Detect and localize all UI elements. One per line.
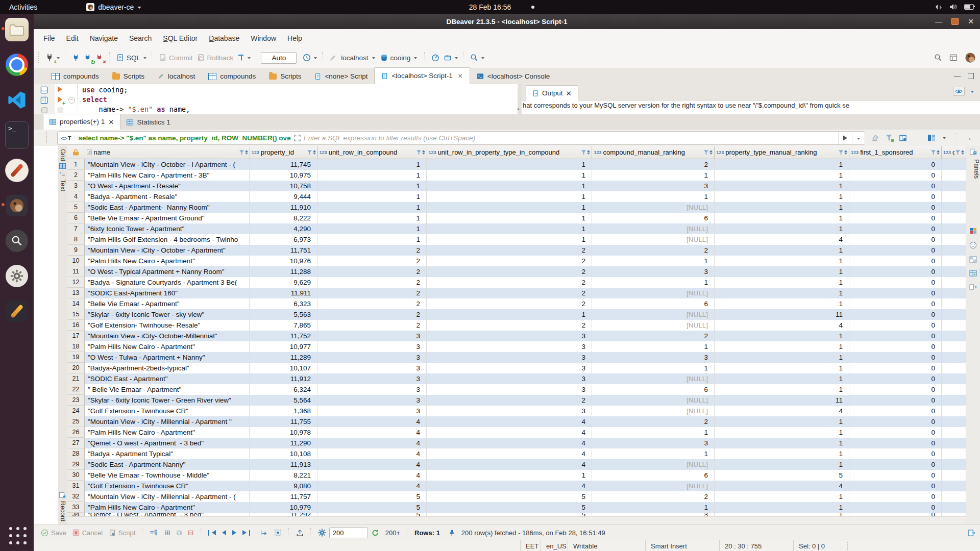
cell-compound_manual_ranking[interactable]: 2 — [592, 491, 715, 502]
cell-com[interactable] — [942, 513, 966, 516]
cell-unit_row_in_property_type_in_compound[interactable]: 1 — [427, 470, 592, 481]
new-connection-button[interactable]: + — [43, 52, 56, 64]
menu-search[interactable]: Search — [124, 32, 157, 45]
cell-com[interactable] — [942, 438, 966, 448]
cell-unit_row_in_property_type_in_compound[interactable]: 5 — [427, 513, 592, 516]
cell-com[interactable] — [942, 384, 966, 395]
cell-com[interactable] — [942, 491, 966, 502]
cell-com[interactable] — [942, 459, 966, 470]
cell-unit_row_in_property_type_in_compound[interactable]: 4 — [427, 481, 592, 491]
cell-first_1_sponsored[interactable]: 0 — [849, 341, 942, 352]
search-button[interactable] — [468, 52, 480, 64]
cell-property_id[interactable]: 7,865 — [250, 320, 317, 331]
cell-property_type_manual_ranking[interactable]: 1 — [715, 352, 849, 363]
cell-compound_manual_ranking[interactable]: 3 — [592, 513, 715, 516]
toggle-presentation-button[interactable] — [968, 529, 976, 537]
connect-button[interactable] — [70, 52, 82, 64]
close-button[interactable]: ✕ — [968, 18, 974, 25]
cell-compound_manual_ranking[interactable]: [NULL] — [592, 395, 715, 406]
cell-property_type_manual_ranking[interactable]: 1 — [715, 341, 849, 352]
cell-unit_row_in_property_type_in_compound[interactable]: 1 — [427, 170, 592, 181]
table-row[interactable]: 20"Badya-Apartment-2beds-typical"10,1073… — [67, 363, 966, 373]
cell-com[interactable] — [942, 320, 966, 331]
close-icon[interactable]: ✕ — [458, 72, 463, 80]
cell-first_1_sponsored[interactable]: 0 — [849, 406, 942, 416]
cell-first_1_sponsored[interactable]: 0 — [849, 448, 942, 459]
cell-name[interactable]: "Palm Hills New Cairo - Apartment" — [85, 427, 250, 438]
menu-help[interactable]: Help — [282, 32, 308, 45]
cell-name[interactable]: "Sodic East - Apartment-Nanny" — [85, 459, 250, 470]
perspective-icon[interactable] — [949, 54, 958, 62]
cell-name[interactable]: "Mountain View - iCity - October - Apart… — [85, 245, 250, 256]
cell-unit_row_in_compound[interactable]: 3 — [317, 406, 427, 416]
cell-unit_row_in_property_type_in_compound[interactable]: 1 — [427, 202, 592, 213]
cell-unit_row_in_compound[interactable]: 3 — [317, 352, 427, 363]
table-row[interactable]: 32"Mountain View - iCity - Millennial - … — [67, 491, 966, 502]
cell-property_id[interactable]: 10,108 — [250, 448, 317, 459]
cell-name[interactable]: "Mountain View - iCity - Millennial - Ap… — [85, 416, 250, 427]
cell-com[interactable] — [942, 427, 966, 438]
editor-tab--none-script[interactable]: <none> Script — [308, 68, 374, 84]
cell-property_id[interactable]: 10,107 — [250, 363, 317, 373]
tab-text[interactable]: Text — [59, 180, 66, 191]
table-row[interactable]: 2"Palm Hills New Cairo - Apartment - 3B"… — [67, 170, 966, 181]
cell-property_type_manual_ranking[interactable]: 1 — [715, 181, 849, 191]
column-header-com[interactable]: 123com — [942, 146, 966, 159]
cell-unit_row_in_compound[interactable]: 1 — [317, 181, 427, 191]
sql-editor[interactable]: + − use cooing;select name-> "$.en" as n… — [55, 84, 518, 114]
reconnect-button[interactable]: ↻ — [82, 52, 93, 64]
cell-com[interactable] — [942, 181, 966, 191]
cell-unit_row_in_compound[interactable]: 3 — [317, 331, 427, 341]
cell-property_id[interactable]: 11,912 — [250, 373, 317, 384]
cell-name[interactable]: " Belle Vie Emaar - Apartment" — [85, 384, 250, 395]
cell-property_id[interactable]: 11,745 — [250, 159, 317, 170]
cell-unit_row_in_compound[interactable]: 4 — [317, 416, 427, 427]
cell-unit_row_in_compound[interactable]: 3 — [317, 395, 427, 406]
cell-first_1_sponsored[interactable]: 0 — [849, 513, 942, 516]
cell-unit_row_in_compound[interactable]: 3 — [317, 341, 427, 352]
rollback-button[interactable]: Rollback — [195, 52, 236, 64]
cell-property_id[interactable]: 11,755 — [250, 416, 317, 427]
cell-first_1_sponsored[interactable]: 0 — [849, 266, 942, 277]
select-row-color-button[interactable] — [274, 529, 282, 536]
vscode-dock-icon[interactable] — [0, 84, 34, 116]
cell-compound_manual_ranking[interactable]: 1 — [592, 170, 715, 181]
cell-property_id[interactable]: 11,751 — [250, 245, 317, 256]
cell-property_id[interactable]: 11,288 — [250, 266, 317, 277]
table-row[interactable]: 28"Badya - Apartment Typical"10,10844110 — [67, 448, 966, 459]
activities-button[interactable]: Activities — [0, 3, 46, 11]
settings-dock-icon[interactable] — [0, 260, 34, 292]
cell-first_1_sponsored[interactable]: 0 — [849, 352, 942, 363]
maximize-button[interactable] — [951, 18, 959, 25]
cell-unit_row_in_compound[interactable]: 2 — [317, 309, 427, 320]
cell-property_id[interactable]: 11,910 — [250, 202, 317, 213]
cell-first_1_sponsored[interactable]: 0 — [849, 298, 942, 309]
previous-page-button[interactable] — [222, 530, 226, 535]
cell-unit_row_in_property_type_in_compound[interactable]: 2 — [427, 298, 592, 309]
column-header-name[interactable]: Jname — [85, 146, 250, 159]
cell-com[interactable] — [942, 288, 966, 298]
driver-button[interactable] — [442, 52, 454, 64]
cell-property_type_manual_ranking[interactable]: 1 — [715, 427, 849, 438]
maximize-view-icon[interactable] — [968, 73, 974, 79]
cell-unit_row_in_property_type_in_compound[interactable]: 1 — [427, 159, 592, 170]
editor-tab-scripts[interactable]: Scripts — [262, 68, 308, 84]
script-button[interactable]: Script — [109, 529, 135, 537]
cell-property_id[interactable]: 6,973 — [250, 234, 317, 245]
cell-unit_row_in_property_type_in_compound[interactable]: 5 — [427, 491, 592, 502]
cell-unit_row_in_compound[interactable]: 1 — [317, 159, 427, 170]
app-menu-button[interactable]: dbeaver-ce — [81, 3, 146, 11]
filter-input[interactable]: <>T select name-> "$.en" as name, proper… — [57, 131, 865, 145]
cell-name[interactable]: "Badya - Signature Courtyards - Apartmen… — [85, 277, 250, 288]
sql-editor-button[interactable]: SQL — [114, 52, 142, 64]
cell-unit_row_in_property_type_in_compound[interactable]: 1 — [427, 181, 592, 191]
cell-property_type_manual_ranking[interactable]: 1 — [715, 277, 849, 288]
cell-name[interactable]: "Palm Hills New Cairo - Apartment" — [85, 341, 250, 352]
cell-unit_row_in_property_type_in_compound[interactable]: 5 — [427, 502, 592, 513]
cell-name[interactable]: "SODIC East-Apartment 160" — [85, 288, 250, 298]
cell-property_type_manual_ranking[interactable]: 1 — [715, 448, 849, 459]
cell-name[interactable]: "Skylar - 6xity Iconic Tower - sky view" — [85, 309, 250, 320]
back-arrow-icon[interactable]: ← — [967, 134, 975, 142]
execute-script-icon[interactable] — [58, 96, 62, 103]
cell-unit_row_in_compound[interactable]: 1 — [317, 202, 427, 213]
